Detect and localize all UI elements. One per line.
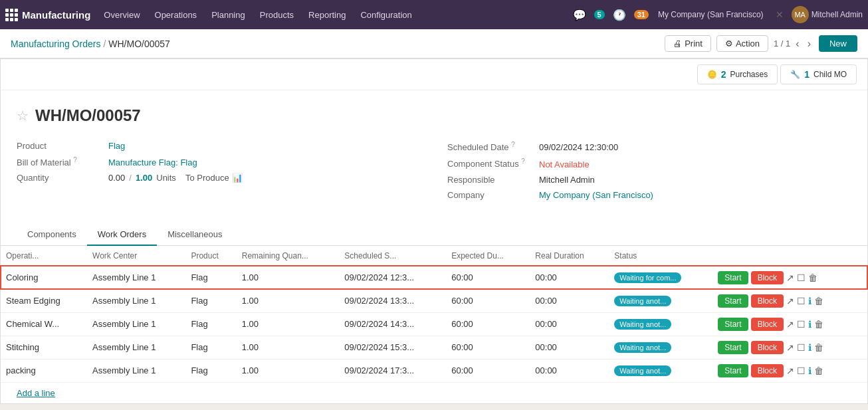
delete-icon[interactable]: 🗑 [814,365,823,376]
status-badge: Waiting for com... [614,272,681,283]
cell-expected-duration: 60:00 [446,312,530,336]
block-button[interactable]: Block [751,364,784,377]
cell-work-center: Assembly Line 1 [87,359,185,382]
cell-operation: Chemical W... [1,312,87,336]
table-row: Steam Edging Assembly Line 1 Flag 1.00 0… [1,289,867,312]
cell-real-duration: 00:00 [530,359,609,382]
page-info: 1 / 1 [774,39,790,49]
cell-scheduled-start: 09/02/2024 13:3... [339,289,446,312]
info-icon[interactable]: ℹ [808,342,812,353]
scheduled-date-value[interactable]: 09/02/2024 12:30:00 [539,142,618,152]
block-button[interactable]: Block [751,271,784,284]
quantity-target: 1.00 [136,173,152,183]
responsible-value[interactable]: Mitchell Admin [539,175,595,185]
detail-view-icon[interactable]: ☐ [797,365,806,376]
start-button[interactable]: Start [718,294,748,308]
delete-icon[interactable]: 🗑 [814,296,823,306]
delete-icon[interactable]: 🗑 [814,342,823,353]
info-icon[interactable]: ℹ [808,365,812,376]
grid-icon [5,9,18,21]
user-name: Mitchell Admin [812,10,863,19]
purchases-smart-btn[interactable]: 🪙 2 Purchases [697,64,778,84]
delete-icon[interactable]: 🗑 [814,319,823,330]
bom-label: Bill of Material ? [17,156,103,167]
nav-reporting[interactable]: Reporting [302,7,352,23]
info-icon[interactable]: ℹ [808,296,812,306]
detail-view-icon[interactable]: ☐ [797,319,806,330]
app-logo[interactable]: Manufacturing [5,9,90,21]
component-status-row: Component Status ? Not Available [447,155,851,171]
cell-actions: Start Block ↗ ☐ 🗑 [712,266,867,289]
wrench-icon: 🔧 [790,70,800,79]
start-button[interactable]: Start [718,341,748,354]
form-left-col: Product Flag Bill of Material ? Manufact… [17,138,421,203]
settings-icon[interactable]: ✕ [773,7,786,23]
discuss-icon[interactable]: 💬 [570,6,589,24]
nav-operations[interactable]: Operations [148,7,204,23]
navbar: Manufacturing Overview Operations Planni… [0,0,868,29]
block-button[interactable]: Block [751,341,784,354]
start-button[interactable]: Start [718,318,748,331]
delete-icon[interactable]: 🗑 [808,272,817,283]
company-name: My Company (San Francisco) [654,10,768,19]
quantity-current[interactable]: 0.00 [108,173,125,183]
child-mo-smart-btn[interactable]: 🔧 1 Child MO [780,64,857,84]
external-link-icon[interactable]: ↗ [786,296,794,306]
block-button[interactable]: Block [751,294,784,308]
external-link-icon[interactable]: ↗ [786,365,794,376]
nav-overview[interactable]: Overview [97,7,146,23]
external-link-icon[interactable]: ↗ [786,272,794,283]
activity-icon[interactable]: 🕐 [610,6,629,24]
detail-view-icon[interactable]: ☐ [797,342,806,353]
detail-view-icon[interactable]: ☐ [797,272,806,283]
product-value[interactable]: Flag [108,141,125,151]
chart-icon[interactable]: 📊 [232,173,243,183]
tab-components[interactable]: Components [17,224,87,246]
prev-page-button[interactable]: ‹ [793,37,802,51]
external-link-icon[interactable]: ↗ [786,342,794,353]
nav-items: Overview Operations Planning Products Re… [97,7,418,23]
cell-status: Waiting anot... [609,359,712,382]
bom-value[interactable]: Manufacture Flag: Flag [108,157,197,167]
status-badge: Waiting anot... [614,319,671,330]
start-button[interactable]: Start [718,271,748,284]
tab-work-orders[interactable]: Work Orders [87,224,157,246]
breadcrumb: Manufacturing Orders / WH/MO/00057 [11,39,170,49]
cell-actions: Start Block ↗ ☐ ℹ 🗑 [712,359,867,382]
cell-status: Waiting anot... [609,289,712,312]
new-button[interactable]: New [819,35,857,52]
breadcrumb-actions: 🖨 Print ⚙ Action 1 / 1 ‹ › New [665,35,857,52]
company-row: Company My Company (San Francisco) [447,187,851,203]
action-button[interactable]: ⚙ Action [716,35,768,52]
breadcrumb-parent[interactable]: Manufacturing Orders [11,39,100,49]
start-button[interactable]: Start [718,364,748,377]
purchases-count: 2 [721,69,726,80]
nav-planning[interactable]: Planning [205,7,252,23]
purchases-label: Purchases [730,70,768,79]
detail-view-icon[interactable]: ☐ [797,296,806,306]
quantity-row: Quantity 0.00 / 1.00 Units To Produce 📊 [17,170,421,185]
child-mo-label: Child MO [814,70,847,79]
print-button[interactable]: 🖨 Print [665,35,711,52]
user-menu[interactable]: MA Mitchell Admin [792,6,863,23]
next-page-button[interactable]: › [805,37,814,51]
table-row: Coloring Assembly Line 1 Flag 1.00 09/02… [1,266,867,289]
responsible-row: Responsible Mitchell Admin [447,172,851,187]
nav-configuration[interactable]: Configuration [354,7,418,23]
cell-actions: Start Block ↗ ☐ ℹ 🗑 [712,336,867,359]
work-orders-table-el: Operati... Work Center Product Remaining… [1,246,867,383]
favorite-star-icon[interactable]: ☆ [17,108,29,124]
add-line[interactable]: Add a line [1,383,867,403]
cell-operation: packing [1,359,87,382]
activity-badge: 31 [634,10,649,19]
nav-products[interactable]: Products [253,7,300,23]
info-icon[interactable]: ℹ [808,319,812,330]
external-link-icon[interactable]: ↗ [786,319,794,330]
form-right-col: Scheduled Date ? 09/02/2024 12:30:00 Com… [447,138,851,203]
tab-miscellaneous[interactable]: Miscellaneous [157,224,233,246]
quantity-display: 0.00 / 1.00 Units To Produce 📊 [108,173,243,183]
component-status-label: Component Status ? [447,157,534,169]
company-value[interactable]: My Company (San Francisco) [539,190,653,200]
cell-expected-duration: 60:00 [446,336,530,359]
block-button[interactable]: Block [751,318,784,331]
